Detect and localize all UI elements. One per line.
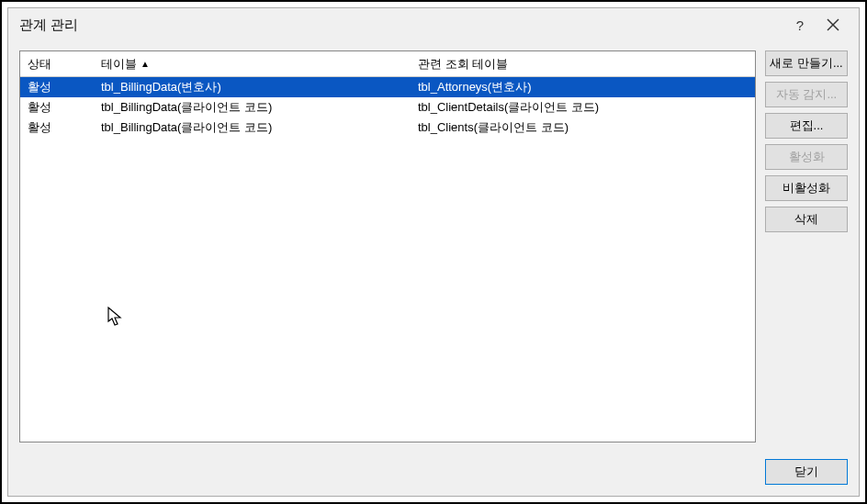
edit-button[interactable]: 편집... — [765, 113, 848, 139]
side-buttons: 새로 만들기... 자동 감지... 편집... 활성화 비활성화 삭제 — [765, 50, 848, 442]
new-button[interactable]: 새로 만들기... — [765, 50, 848, 76]
manage-relationships-dialog: 관계 관리 ? 상태 테이블 ▲ 관련 조회 테이블 — [7, 7, 860, 497]
help-button[interactable]: ? — [783, 17, 816, 33]
activate-button[interactable]: 활성화 — [765, 144, 848, 170]
mouse-cursor-icon — [107, 307, 124, 330]
table-row[interactable]: 활성tbl_BillingData(클라이언트 코드)tbl_Clients(클… — [20, 118, 755, 138]
autodetect-button[interactable]: 자동 감지... — [765, 82, 848, 107]
column-header-status[interactable]: 상태 — [20, 51, 94, 76]
cell-table: tbl_BillingData(변호사) — [94, 79, 411, 95]
footer: 닫기 — [8, 452, 859, 496]
deactivate-button[interactable]: 비활성화 — [765, 175, 848, 201]
close-icon[interactable] — [816, 18, 850, 31]
table-row[interactable]: 활성tbl_BillingData(클라이언트 코드)tbl_ClientDet… — [20, 97, 755, 118]
column-header-table-label: 테이블 — [101, 56, 137, 73]
relationships-table: 상태 테이블 ▲ 관련 조회 테이블 활성tbl_BillingData(변호사… — [19, 50, 756, 442]
column-header-related-label: 관련 조회 테이블 — [418, 56, 508, 73]
cell-status: 활성 — [20, 79, 94, 95]
close-button[interactable]: 닫기 — [765, 459, 848, 485]
column-header-table[interactable]: 테이블 ▲ — [94, 51, 411, 76]
cell-status: 활성 — [20, 119, 94, 136]
table-body: 활성tbl_BillingData(변호사)tbl_Attorneys(변호사)… — [20, 77, 755, 442]
cell-related: tbl_ClientDetails(클라이언트 코드) — [411, 99, 755, 116]
dialog-title: 관계 관리 — [19, 17, 783, 34]
cell-related: tbl_Clients(클라이언트 코드) — [411, 119, 755, 136]
table-header: 상태 테이블 ▲ 관련 조회 테이블 — [20, 51, 755, 77]
cell-related: tbl_Attorneys(변호사) — [411, 79, 755, 95]
titlebar: 관계 관리 ? — [8, 8, 859, 41]
sort-ascending-icon: ▲ — [141, 59, 150, 69]
cell-table: tbl_BillingData(클라이언트 코드) — [94, 119, 411, 136]
cell-status: 활성 — [20, 99, 94, 116]
delete-button[interactable]: 삭제 — [765, 207, 848, 232]
column-header-related[interactable]: 관련 조회 테이블 — [411, 51, 755, 76]
table-row[interactable]: 활성tbl_BillingData(변호사)tbl_Attorneys(변호사) — [20, 77, 755, 97]
content-area: 상태 테이블 ▲ 관련 조회 테이블 활성tbl_BillingData(변호사… — [8, 41, 859, 452]
column-header-status-label: 상태 — [28, 56, 51, 73]
cell-table: tbl_BillingData(클라이언트 코드) — [94, 99, 411, 116]
